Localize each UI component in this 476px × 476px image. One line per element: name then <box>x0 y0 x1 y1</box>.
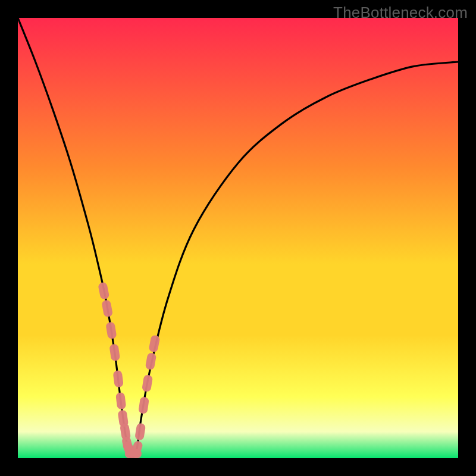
highlight-markers <box>98 282 160 458</box>
marker-capsule <box>142 374 153 392</box>
marker-capsule <box>145 352 157 370</box>
marker-capsule <box>98 282 109 300</box>
outer-frame: TheBottleneck.com <box>0 0 476 476</box>
marker-capsule <box>101 299 113 317</box>
marker-capsule <box>148 334 160 352</box>
marker-capsule <box>138 396 149 414</box>
plot-area <box>18 18 458 458</box>
marker-capsule <box>112 370 123 388</box>
marker-capsule <box>109 343 120 361</box>
bottleneck-curve <box>18 18 458 458</box>
marker-capsule <box>105 321 117 339</box>
marker-capsule <box>115 392 126 410</box>
curve-layer <box>18 18 458 458</box>
watermark-text: TheBottleneck.com <box>333 4 468 22</box>
marker-capsule <box>134 423 146 441</box>
